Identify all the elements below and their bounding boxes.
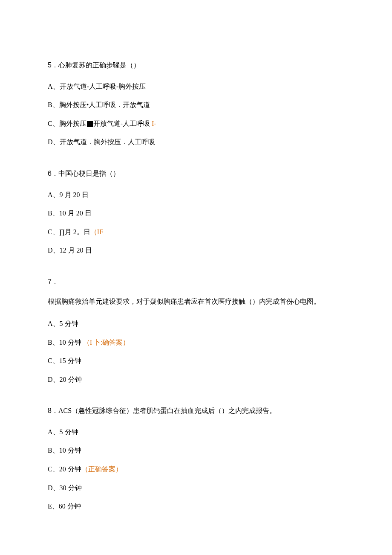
- option-c-text: C、20 分钟: [48, 465, 81, 473]
- option-d: D、30 分钟: [48, 482, 344, 494]
- option-d: D、12 月 20 日: [48, 245, 344, 256]
- option-a: A、5 分钟: [48, 427, 344, 438]
- option-c-suffix: 开放气道-人工呼吸: [93, 120, 150, 127]
- option-d: D、20 分钟: [48, 374, 344, 385]
- option-b: B、10 月 20 日: [48, 208, 344, 219]
- question-number: 8: [48, 407, 52, 414]
- question-text: 7．: [48, 276, 344, 288]
- option-c-text: C、∏月 2。日: [48, 228, 90, 235]
- question-5: 5．心肺复苏的正确步骤是（） A、开放气道-人工呼吸-胸外按压 B、胸外按压•人…: [48, 60, 344, 148]
- question-6: 6．中国心梗日是指（） A、9 月 20 日 B、10 月 20 日 C、∏月 …: [48, 168, 344, 256]
- answer-mark: （正确答案）: [81, 465, 122, 473]
- option-a: A、9 月 20 日: [48, 189, 344, 200]
- black-square-icon: [87, 121, 93, 127]
- question-text: 8．ACS（急性冠脉综合征）患者肌钙蛋白在抽血完成后（）之内完成报告。: [48, 405, 344, 416]
- option-c: C、胸外按压开放气道-人工呼吸 I-: [48, 118, 344, 129]
- option-b: B、胸外按压•人工呼吸．开放气道: [48, 99, 344, 110]
- option-c: C、∏月 2。日（IF: [48, 227, 344, 238]
- option-c: C、20 分钟（正确答案）: [48, 464, 344, 475]
- question-body: ．心肺复苏的正确步骤是（）: [52, 61, 140, 69]
- option-a: A、5 分钟: [48, 318, 344, 329]
- option-a: A、开放气道-人工呼吸-胸外按压: [48, 81, 344, 92]
- answer-mark: I-: [150, 120, 156, 127]
- answer-mark: （IF: [90, 228, 103, 235]
- question-text: 6．中国心梗日是指（）: [48, 168, 344, 179]
- question-body: ．中国心梗日是指（）: [52, 170, 120, 177]
- question-dot: ．: [52, 278, 58, 285]
- option-c-prefix: C、胸外按压: [48, 120, 86, 127]
- question-body: ．ACS（急性冠脉综合征）患者肌钙蛋白在抽血完成后（）之内完成报告。: [52, 407, 276, 414]
- option-b-text: B、10 分钟: [48, 339, 81, 346]
- question-number: 6: [48, 170, 52, 177]
- question-number: 7: [48, 278, 52, 285]
- option-e: E、60 分钟: [48, 501, 344, 512]
- option-c: C、15 分钟: [48, 355, 344, 366]
- question-number: 5: [48, 61, 52, 69]
- question-text: 5．心肺复苏的正确步骤是（）: [48, 60, 344, 71]
- option-d: D、开放气道．胸外按压．人工呼吸: [48, 137, 344, 148]
- option-b: B、10 分钟 （I 卜:确答案）: [48, 337, 344, 348]
- question-8: 8．ACS（急性冠脉综合征）患者肌钙蛋白在抽血完成后（）之内完成报告。 A、5 …: [48, 405, 344, 512]
- question-7: 7． 根据胸痛救治单元建设要求，对于疑似胸痛患者应在首次医疗接触（）内完成首份心…: [48, 276, 344, 385]
- option-b: B、10 分钟: [48, 445, 344, 456]
- question-body: 根据胸痛救治单元建设要求，对于疑似胸痛患者应在首次医疗接触（）内完成首份心电图。: [48, 295, 344, 308]
- answer-mark: （I 卜:确答案）: [83, 339, 130, 346]
